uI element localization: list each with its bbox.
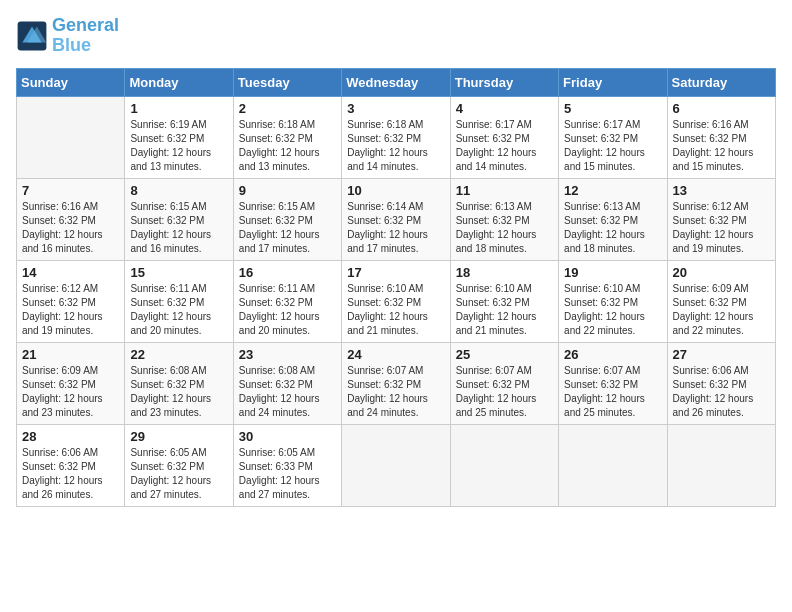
logo: GeneralBlue (16, 16, 119, 56)
calendar-header-row: SundayMondayTuesdayWednesdayThursdayFrid… (17, 68, 776, 96)
calendar-cell: 26Sunrise: 6:07 AMSunset: 6:32 PMDayligh… (559, 342, 667, 424)
day-info: Sunrise: 6:18 AMSunset: 6:32 PMDaylight:… (239, 118, 336, 174)
calendar-cell: 27Sunrise: 6:06 AMSunset: 6:32 PMDayligh… (667, 342, 775, 424)
day-number: 30 (239, 429, 336, 444)
day-number: 4 (456, 101, 553, 116)
calendar-cell: 7Sunrise: 6:16 AMSunset: 6:32 PMDaylight… (17, 178, 125, 260)
weekday-header: Monday (125, 68, 233, 96)
day-number: 7 (22, 183, 119, 198)
day-info: Sunrise: 6:17 AMSunset: 6:32 PMDaylight:… (564, 118, 661, 174)
day-info: Sunrise: 6:09 AMSunset: 6:32 PMDaylight:… (673, 282, 770, 338)
calendar-table: SundayMondayTuesdayWednesdayThursdayFrid… (16, 68, 776, 507)
calendar-cell: 28Sunrise: 6:06 AMSunset: 6:32 PMDayligh… (17, 424, 125, 506)
calendar-cell: 19Sunrise: 6:10 AMSunset: 6:32 PMDayligh… (559, 260, 667, 342)
calendar-cell: 15Sunrise: 6:11 AMSunset: 6:32 PMDayligh… (125, 260, 233, 342)
calendar-week-row: 28Sunrise: 6:06 AMSunset: 6:32 PMDayligh… (17, 424, 776, 506)
logo-icon (16, 20, 48, 52)
day-info: Sunrise: 6:19 AMSunset: 6:32 PMDaylight:… (130, 118, 227, 174)
calendar-cell: 29Sunrise: 6:05 AMSunset: 6:32 PMDayligh… (125, 424, 233, 506)
calendar-cell: 12Sunrise: 6:13 AMSunset: 6:32 PMDayligh… (559, 178, 667, 260)
calendar-cell: 8Sunrise: 6:15 AMSunset: 6:32 PMDaylight… (125, 178, 233, 260)
calendar-cell: 14Sunrise: 6:12 AMSunset: 6:32 PMDayligh… (17, 260, 125, 342)
day-info: Sunrise: 6:08 AMSunset: 6:32 PMDaylight:… (130, 364, 227, 420)
day-info: Sunrise: 6:09 AMSunset: 6:32 PMDaylight:… (22, 364, 119, 420)
day-number: 16 (239, 265, 336, 280)
day-info: Sunrise: 6:13 AMSunset: 6:32 PMDaylight:… (564, 200, 661, 256)
calendar-cell: 24Sunrise: 6:07 AMSunset: 6:32 PMDayligh… (342, 342, 450, 424)
day-number: 27 (673, 347, 770, 362)
calendar-cell (17, 96, 125, 178)
weekday-header: Friday (559, 68, 667, 96)
calendar-cell: 6Sunrise: 6:16 AMSunset: 6:32 PMDaylight… (667, 96, 775, 178)
day-number: 12 (564, 183, 661, 198)
weekday-header: Wednesday (342, 68, 450, 96)
day-info: Sunrise: 6:12 AMSunset: 6:32 PMDaylight:… (673, 200, 770, 256)
calendar-cell: 18Sunrise: 6:10 AMSunset: 6:32 PMDayligh… (450, 260, 558, 342)
day-info: Sunrise: 6:07 AMSunset: 6:32 PMDaylight:… (347, 364, 444, 420)
day-info: Sunrise: 6:11 AMSunset: 6:32 PMDaylight:… (130, 282, 227, 338)
day-info: Sunrise: 6:08 AMSunset: 6:32 PMDaylight:… (239, 364, 336, 420)
calendar-week-row: 7Sunrise: 6:16 AMSunset: 6:32 PMDaylight… (17, 178, 776, 260)
calendar-cell: 2Sunrise: 6:18 AMSunset: 6:32 PMDaylight… (233, 96, 341, 178)
day-info: Sunrise: 6:12 AMSunset: 6:32 PMDaylight:… (22, 282, 119, 338)
day-number: 18 (456, 265, 553, 280)
day-number: 28 (22, 429, 119, 444)
calendar-cell: 17Sunrise: 6:10 AMSunset: 6:32 PMDayligh… (342, 260, 450, 342)
day-number: 21 (22, 347, 119, 362)
day-number: 14 (22, 265, 119, 280)
calendar-cell: 20Sunrise: 6:09 AMSunset: 6:32 PMDayligh… (667, 260, 775, 342)
calendar-cell: 9Sunrise: 6:15 AMSunset: 6:32 PMDaylight… (233, 178, 341, 260)
day-info: Sunrise: 6:06 AMSunset: 6:32 PMDaylight:… (22, 446, 119, 502)
day-info: Sunrise: 6:10 AMSunset: 6:32 PMDaylight:… (456, 282, 553, 338)
day-info: Sunrise: 6:10 AMSunset: 6:32 PMDaylight:… (564, 282, 661, 338)
day-info: Sunrise: 6:16 AMSunset: 6:32 PMDaylight:… (673, 118, 770, 174)
day-number: 8 (130, 183, 227, 198)
day-number: 10 (347, 183, 444, 198)
calendar-cell: 22Sunrise: 6:08 AMSunset: 6:32 PMDayligh… (125, 342, 233, 424)
calendar-week-row: 14Sunrise: 6:12 AMSunset: 6:32 PMDayligh… (17, 260, 776, 342)
calendar-cell: 21Sunrise: 6:09 AMSunset: 6:32 PMDayligh… (17, 342, 125, 424)
day-number: 5 (564, 101, 661, 116)
day-info: Sunrise: 6:05 AMSunset: 6:32 PMDaylight:… (130, 446, 227, 502)
calendar-cell: 1Sunrise: 6:19 AMSunset: 6:32 PMDaylight… (125, 96, 233, 178)
calendar-cell: 5Sunrise: 6:17 AMSunset: 6:32 PMDaylight… (559, 96, 667, 178)
calendar-cell: 25Sunrise: 6:07 AMSunset: 6:32 PMDayligh… (450, 342, 558, 424)
day-number: 9 (239, 183, 336, 198)
calendar-cell: 4Sunrise: 6:17 AMSunset: 6:32 PMDaylight… (450, 96, 558, 178)
calendar-week-row: 21Sunrise: 6:09 AMSunset: 6:32 PMDayligh… (17, 342, 776, 424)
day-info: Sunrise: 6:16 AMSunset: 6:32 PMDaylight:… (22, 200, 119, 256)
calendar-cell: 13Sunrise: 6:12 AMSunset: 6:32 PMDayligh… (667, 178, 775, 260)
day-number: 11 (456, 183, 553, 198)
logo-text: GeneralBlue (52, 16, 119, 56)
weekday-header: Saturday (667, 68, 775, 96)
day-number: 15 (130, 265, 227, 280)
day-number: 23 (239, 347, 336, 362)
day-info: Sunrise: 6:10 AMSunset: 6:32 PMDaylight:… (347, 282, 444, 338)
calendar-cell: 16Sunrise: 6:11 AMSunset: 6:32 PMDayligh… (233, 260, 341, 342)
calendar-cell: 10Sunrise: 6:14 AMSunset: 6:32 PMDayligh… (342, 178, 450, 260)
weekday-header: Sunday (17, 68, 125, 96)
calendar-cell (667, 424, 775, 506)
calendar-cell: 23Sunrise: 6:08 AMSunset: 6:32 PMDayligh… (233, 342, 341, 424)
weekday-header: Thursday (450, 68, 558, 96)
calendar-cell (450, 424, 558, 506)
day-info: Sunrise: 6:05 AMSunset: 6:33 PMDaylight:… (239, 446, 336, 502)
day-number: 22 (130, 347, 227, 362)
calendar-cell (559, 424, 667, 506)
day-number: 17 (347, 265, 444, 280)
day-info: Sunrise: 6:18 AMSunset: 6:32 PMDaylight:… (347, 118, 444, 174)
day-info: Sunrise: 6:14 AMSunset: 6:32 PMDaylight:… (347, 200, 444, 256)
day-info: Sunrise: 6:07 AMSunset: 6:32 PMDaylight:… (564, 364, 661, 420)
day-info: Sunrise: 6:15 AMSunset: 6:32 PMDaylight:… (130, 200, 227, 256)
day-number: 6 (673, 101, 770, 116)
calendar-cell: 3Sunrise: 6:18 AMSunset: 6:32 PMDaylight… (342, 96, 450, 178)
calendar-cell (342, 424, 450, 506)
day-info: Sunrise: 6:15 AMSunset: 6:32 PMDaylight:… (239, 200, 336, 256)
day-info: Sunrise: 6:07 AMSunset: 6:32 PMDaylight:… (456, 364, 553, 420)
day-number: 24 (347, 347, 444, 362)
calendar-cell: 11Sunrise: 6:13 AMSunset: 6:32 PMDayligh… (450, 178, 558, 260)
day-info: Sunrise: 6:13 AMSunset: 6:32 PMDaylight:… (456, 200, 553, 256)
day-number: 26 (564, 347, 661, 362)
day-info: Sunrise: 6:06 AMSunset: 6:32 PMDaylight:… (673, 364, 770, 420)
day-number: 1 (130, 101, 227, 116)
